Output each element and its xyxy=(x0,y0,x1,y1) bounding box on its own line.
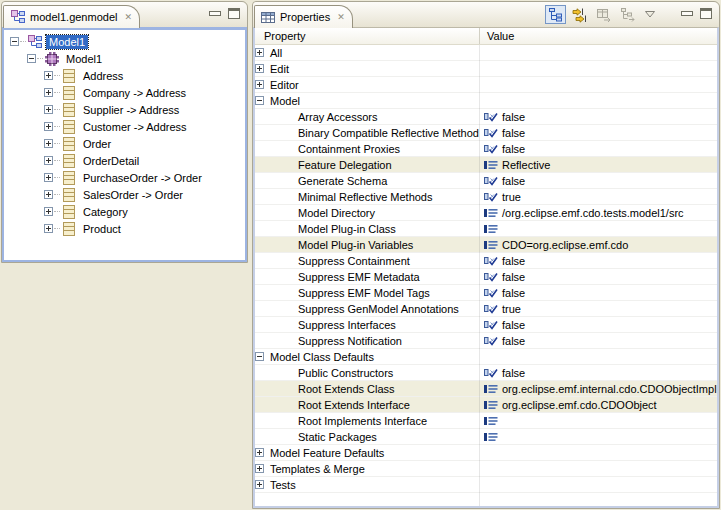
value-cell[interactable] xyxy=(479,93,717,108)
properties-minimize-button[interactable] xyxy=(681,11,693,16)
properties-tab-close-icon[interactable]: ✕ xyxy=(337,12,345,22)
value-cell[interactable]: false xyxy=(479,253,717,268)
value-cell[interactable]: false xyxy=(479,269,717,284)
expand-icon[interactable] xyxy=(44,88,53,97)
value-cell[interactable] xyxy=(479,221,717,236)
expand-icon[interactable] xyxy=(255,448,264,457)
property-row-feature-delegation[interactable]: Feature Delegation Reflective xyxy=(255,157,717,173)
value-cell[interactable]: CDO=org.eclipse.emf.cdo xyxy=(479,237,717,252)
property-row-model-plug-in-variables[interactable]: Model Plug-in Variables CDO=org.eclipse.… xyxy=(255,237,717,253)
value-cell[interactable]: org.eclipse.emf.cdo.CDOObject xyxy=(479,397,717,412)
properties-tab[interactable]: Properties ✕ xyxy=(254,5,353,28)
property-row-binary-compatible-reflective-methods[interactable]: Binary Compatible Reflective Methods fal… xyxy=(255,125,717,141)
value-cell[interactable]: false xyxy=(479,173,717,188)
value-cell[interactable]: false xyxy=(479,333,717,348)
tree-item-order[interactable]: Order xyxy=(4,135,245,152)
value-cell[interactable] xyxy=(479,461,717,476)
column-divider[interactable] xyxy=(479,45,480,506)
category-row-model-class-defaults[interactable]: Model Class Defaults xyxy=(255,349,717,365)
property-row-static-packages[interactable]: Static Packages xyxy=(255,429,717,445)
value-cell[interactable]: false xyxy=(479,109,717,124)
value-cell[interactable]: false xyxy=(479,125,717,140)
value-cell[interactable]: false xyxy=(479,141,717,156)
editor-minimize-button[interactable] xyxy=(209,11,221,16)
editor-tab-close-icon[interactable]: ✕ xyxy=(124,12,132,22)
expand-icon[interactable] xyxy=(255,480,264,489)
expand-icon[interactable] xyxy=(255,64,264,73)
category-row-editor[interactable]: Editor xyxy=(255,77,717,93)
tree-item-address[interactable]: Address xyxy=(4,67,245,84)
property-row-model-plug-in-class[interactable]: Model Plug-in Class xyxy=(255,221,717,237)
property-row-generate-schema[interactable]: Generate Schema false xyxy=(255,173,717,189)
value-cell[interactable] xyxy=(479,413,717,428)
property-row-root-implements-interface[interactable]: Root Implements Interface xyxy=(255,413,717,429)
property-row-root-extends-class[interactable]: Root Extends Class org.eclipse.emf.inter… xyxy=(255,381,717,397)
expand-icon[interactable] xyxy=(255,48,264,57)
expand-icon[interactable] xyxy=(255,80,264,89)
show-advanced-properties-button[interactable] xyxy=(569,5,590,24)
collapse-icon[interactable] xyxy=(27,54,36,63)
expand-icon[interactable] xyxy=(44,173,53,182)
tree-item-product[interactable]: Product xyxy=(4,220,245,237)
editor-tab-model1-genmodel[interactable]: model1.genmodel ✕ xyxy=(3,5,140,28)
value-cell[interactable]: org.eclipse.emf.internal.cdo.CDOObjectIm… xyxy=(479,381,717,396)
expand-icon[interactable] xyxy=(44,207,53,216)
column-header-property[interactable]: Property xyxy=(255,30,479,42)
category-row-all[interactable]: All xyxy=(255,45,717,61)
tree-item-category[interactable]: Category xyxy=(4,203,245,220)
category-row-tests[interactable]: Tests xyxy=(255,477,717,493)
view-menu-button[interactable] xyxy=(645,11,655,18)
property-row-public-constructors[interactable]: Public Constructors false xyxy=(255,365,717,381)
expand-icon[interactable] xyxy=(44,71,53,80)
expand-icon[interactable] xyxy=(44,224,53,233)
category-row-templates-merge[interactable]: Templates & Merge xyxy=(255,461,717,477)
property-row-suppress-emf-model-tags[interactable]: Suppress EMF Model Tags false xyxy=(255,285,717,301)
value-cell[interactable] xyxy=(479,61,717,76)
collapse-icon[interactable] xyxy=(10,37,19,46)
tree-item-supplier-address[interactable]: Supplier -> Address xyxy=(4,101,245,118)
expand-icon[interactable] xyxy=(44,190,53,199)
category-row-edit[interactable]: Edit xyxy=(255,61,717,77)
value-cell[interactable]: false xyxy=(479,317,717,332)
tree-item-company-address[interactable]: Company -> Address xyxy=(4,84,245,101)
property-row-containment-proxies[interactable]: Containment Proxies false xyxy=(255,141,717,157)
property-row-suppress-notification[interactable]: Suppress Notification false xyxy=(255,333,717,349)
value-cell[interactable]: false xyxy=(479,365,717,380)
collapse-icon[interactable] xyxy=(255,96,264,105)
category-row-model-feature-defaults[interactable]: Model Feature Defaults xyxy=(255,445,717,461)
show-categories-button[interactable] xyxy=(545,5,566,24)
value-cell[interactable] xyxy=(479,349,717,364)
property-row-model-directory[interactable]: Model Directory /org.eclipse.emf.cdo.tes… xyxy=(255,205,717,221)
tree-item-customer-address[interactable]: Customer -> Address xyxy=(4,118,245,135)
collapse-icon[interactable] xyxy=(255,352,264,361)
expand-icon[interactable] xyxy=(255,464,264,473)
property-row-minimal-reflective-methods[interactable]: Minimal Reflective Methods true xyxy=(255,189,717,205)
editor-maximize-button[interactable] xyxy=(228,8,240,19)
property-row-root-extends-interface[interactable]: Root Extends Interface org.eclipse.emf.c… xyxy=(255,397,717,413)
expand-icon[interactable] xyxy=(44,105,53,114)
value-cell[interactable]: true xyxy=(479,301,717,316)
expand-icon[interactable] xyxy=(44,139,53,148)
value-cell[interactable] xyxy=(479,77,717,92)
value-cell[interactable] xyxy=(479,477,717,492)
properties-maximize-button[interactable] xyxy=(700,8,712,19)
property-row-array-accessors[interactable]: Array Accessors false xyxy=(255,109,717,125)
column-header-value[interactable]: Value xyxy=(479,28,717,44)
tree-item-model1[interactable]: Model1 xyxy=(4,50,245,67)
expand-icon[interactable] xyxy=(44,156,53,165)
category-row-model[interactable]: Model xyxy=(255,93,717,109)
value-cell[interactable]: Reflective xyxy=(479,157,717,172)
value-cell[interactable] xyxy=(479,445,717,460)
tree-item-orderdetail[interactable]: OrderDetail xyxy=(4,152,245,169)
value-cell[interactable] xyxy=(479,45,717,60)
expand-icon[interactable] xyxy=(44,122,53,131)
value-cell[interactable]: /org.eclipse.emf.cdo.tests.model1/src xyxy=(479,205,717,220)
property-row-suppress-containment[interactable]: Suppress Containment false xyxy=(255,253,717,269)
tree-item-purchaseorder-order[interactable]: PurchaseOrder -> Order xyxy=(4,169,245,186)
tree-item-model1-root[interactable]: Model1 xyxy=(4,33,245,50)
tree-item-salesorder-order[interactable]: SalesOrder -> Order xyxy=(4,186,245,203)
property-row-suppress-genmodel-annotations[interactable]: Suppress GenModel Annotations true xyxy=(255,301,717,317)
value-cell[interactable] xyxy=(479,429,717,444)
property-row-suppress-emf-metadata[interactable]: Suppress EMF Metadata false xyxy=(255,269,717,285)
value-cell[interactable]: false xyxy=(479,285,717,300)
